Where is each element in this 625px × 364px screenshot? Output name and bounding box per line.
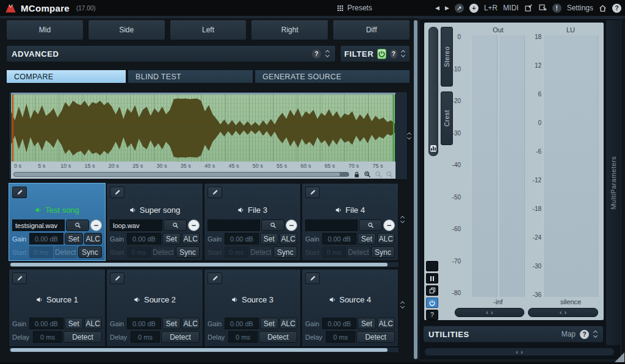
alc-button[interactable]: ALC (377, 318, 396, 329)
source-slot-2[interactable]: Source 2 Gain 0.00 dB Set ALC Delay 0 ms… (106, 269, 203, 347)
set-button[interactable]: Set (65, 318, 83, 329)
gain-value[interactable]: 0.00 dB (127, 318, 161, 329)
set-button[interactable]: Set (260, 318, 278, 329)
utilities-help-icon[interactable]: ? (580, 330, 589, 339)
export-settings-icon[interactable] (538, 4, 547, 12)
edit-icon[interactable] (110, 187, 125, 198)
lu-meter-range-button[interactable] (528, 308, 598, 317)
playhead-marker[interactable] (12, 95, 13, 162)
edit-icon[interactable] (208, 273, 222, 284)
start-value[interactable]: 0 ms (29, 246, 53, 258)
loop-end-marker[interactable] (393, 95, 394, 162)
pause-icon[interactable] (426, 273, 438, 284)
alc-button[interactable]: ALC (84, 233, 103, 244)
lu-meter-bars[interactable] (543, 35, 598, 297)
advanced-section-header[interactable]: ADVANCED ? (6, 45, 336, 62)
panel-resize-button[interactable] (424, 348, 615, 356)
delay-value[interactable]: 0 ms (131, 331, 160, 343)
utilities-section-header[interactable]: UTILITIES Map ? (423, 326, 604, 343)
help-icon[interactable]: ? (612, 4, 621, 13)
delay-value[interactable]: 0 ms (33, 331, 62, 343)
set-button[interactable]: Set (162, 233, 181, 244)
edit-icon[interactable] (208, 187, 222, 198)
file-slots-scrollbar[interactable] (9, 262, 399, 268)
file-slots-scroll-icon[interactable] (400, 216, 405, 223)
gain-value[interactable]: 0.00 dB (322, 318, 356, 329)
waveform-resize-icon[interactable] (407, 132, 412, 140)
file-name-field[interactable] (305, 219, 358, 231)
remove-button[interactable]: − (90, 219, 102, 231)
sync-button[interactable]: Sync (371, 246, 395, 258)
sync-button[interactable]: Sync (273, 246, 297, 258)
gain-value[interactable]: 0.00 dB (29, 318, 63, 329)
meter-power-icon[interactable] (426, 298, 438, 308)
alc-button[interactable]: ALC (182, 233, 200, 244)
filter-help-icon[interactable]: ? (390, 49, 397, 59)
edit-icon[interactable] (305, 273, 320, 284)
main-vertical-scrollbar-thumb[interactable] (414, 20, 417, 359)
channel-button-diff[interactable]: Diff (333, 20, 410, 40)
file-name-field[interactable]: loop.wav (110, 219, 162, 231)
sync-button[interactable]: Sync (176, 246, 200, 258)
detect-button[interactable]: Detect (54, 246, 77, 258)
file-name-field[interactable]: testsignal.wav (12, 219, 65, 231)
settings-button[interactable]: Settings (567, 4, 593, 12)
edit-icon[interactable] (305, 187, 320, 198)
source-slot-1[interactable]: Source 1 Gain 0.00 dB Set ALC Delay 0 ms… (9, 269, 106, 347)
edit-icon[interactable] (110, 273, 125, 284)
randomize-icon[interactable] (455, 4, 464, 13)
detect-button[interactable]: Detect (250, 246, 272, 258)
file-slot-4[interactable]: File 4 − Gain 0.00 dB Set ALC Start 0 ms… (302, 183, 399, 261)
alc-button[interactable]: ALC (280, 318, 298, 329)
sync-button[interactable]: Sync (78, 246, 102, 258)
edit-icon[interactable] (12, 273, 27, 284)
gain-value[interactable]: 0.00 dB (225, 233, 259, 244)
advanced-help-icon[interactable]: ? (312, 49, 321, 59)
gain-value[interactable]: 0.00 dB (29, 233, 63, 244)
source-slot-3[interactable]: Source 3 Gain 0.00 dB Set ALC Delay 0 ms… (204, 269, 301, 347)
channel-button-mid[interactable]: Mid (6, 20, 84, 40)
gain-value[interactable]: 0.00 dB (225, 318, 259, 329)
channel-button-left[interactable]: Left (170, 20, 247, 40)
zoom-out-icon[interactable] (375, 171, 382, 178)
midi-button[interactable]: MIDI (503, 4, 518, 12)
home-icon[interactable] (599, 4, 607, 12)
gain-value[interactable]: 0.00 dB (127, 233, 161, 244)
waveform-scrollbar-thumb[interactable] (14, 173, 340, 176)
remove-button[interactable]: − (188, 219, 200, 231)
file-slots-scrollbar-thumb[interactable] (10, 263, 388, 266)
detect-button[interactable]: Detect (152, 246, 175, 258)
add-icon[interactable]: + (469, 4, 479, 13)
slot-title[interactable]: Test song (12, 202, 102, 218)
zoom-in-icon[interactable] (364, 171, 371, 178)
file-slot-1[interactable]: Test song testsignal.wav − Gain 0.00 dB … (9, 183, 106, 261)
waveform-scrollbar[interactable] (13, 172, 349, 177)
detect-button[interactable]: Detect (259, 331, 297, 343)
set-button[interactable]: Set (358, 318, 376, 329)
previous-preset-icon[interactable]: ◀ (435, 5, 439, 11)
out-meter-range-button[interactable] (455, 308, 524, 317)
slot-title[interactable]: Super song (110, 202, 200, 218)
source-slots-scrollbar[interactable] (9, 347, 399, 353)
slot-title[interactable]: Source 4 (305, 291, 395, 307)
browse-button[interactable] (164, 219, 187, 231)
meter-extra-button[interactable] (426, 261, 438, 271)
multiparameters-panel-tab[interactable]: MultiParameters (606, 20, 621, 345)
edit-icon[interactable] (12, 187, 27, 198)
detect-button[interactable]: Detect (161, 331, 200, 343)
window-resize-grip[interactable] (615, 352, 624, 362)
meter-help-icon[interactable]: ? (426, 310, 438, 320)
remove-button[interactable]: − (383, 219, 395, 231)
slot-title[interactable]: Source 2 (110, 291, 200, 307)
slot-title[interactable]: File 4 (305, 202, 395, 218)
browse-button[interactable] (66, 219, 89, 231)
detect-button[interactable]: Detect (347, 246, 370, 258)
next-preset-icon[interactable]: ▶ (445, 5, 449, 11)
slot-title[interactable]: File 3 (208, 202, 297, 218)
advanced-collapse-icon[interactable] (325, 50, 330, 57)
alc-button[interactable]: ALC (84, 318, 103, 329)
filter-collapse-icon[interactable] (401, 50, 406, 57)
start-value[interactable]: 0 ms (322, 246, 346, 258)
detect-button[interactable]: Detect (356, 331, 395, 343)
detect-button[interactable]: Detect (63, 331, 102, 343)
